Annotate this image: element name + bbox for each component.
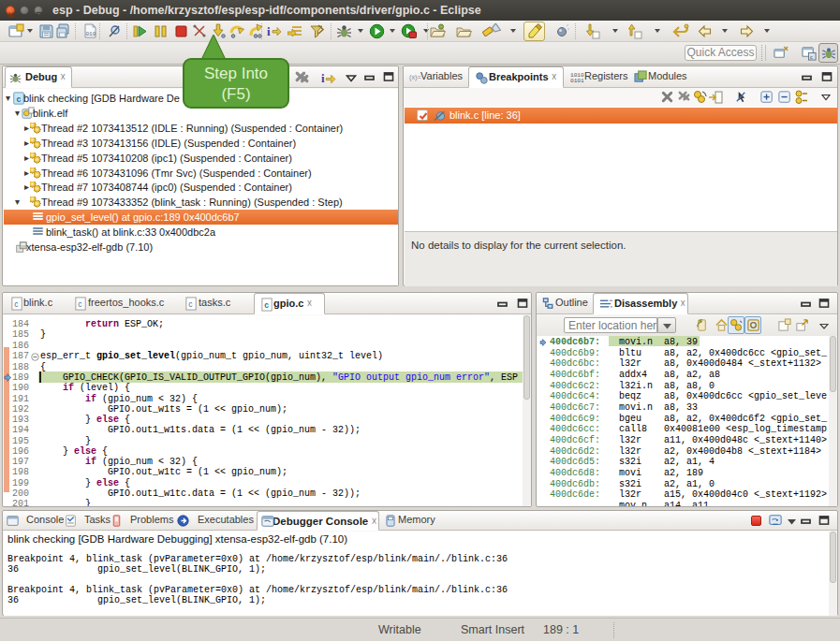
svg-text:c: c	[14, 299, 18, 309]
svg-text:0101: 0101	[570, 78, 584, 84]
svg-text:c: c	[78, 299, 81, 309]
svg-text:(F5): (F5)	[221, 85, 250, 103]
svg-text:c: c	[188, 299, 192, 309]
svg-text:010: 010	[86, 31, 96, 37]
svg-text:c: c	[16, 95, 21, 104]
svg-text:c: c	[264, 300, 269, 310]
svg-text:(x)=: (x)=	[409, 73, 421, 81]
svg-text:Step Into: Step Into	[204, 65, 268, 82]
svg-text:i: i	[321, 72, 325, 85]
svg-text:c: c	[810, 54, 813, 60]
